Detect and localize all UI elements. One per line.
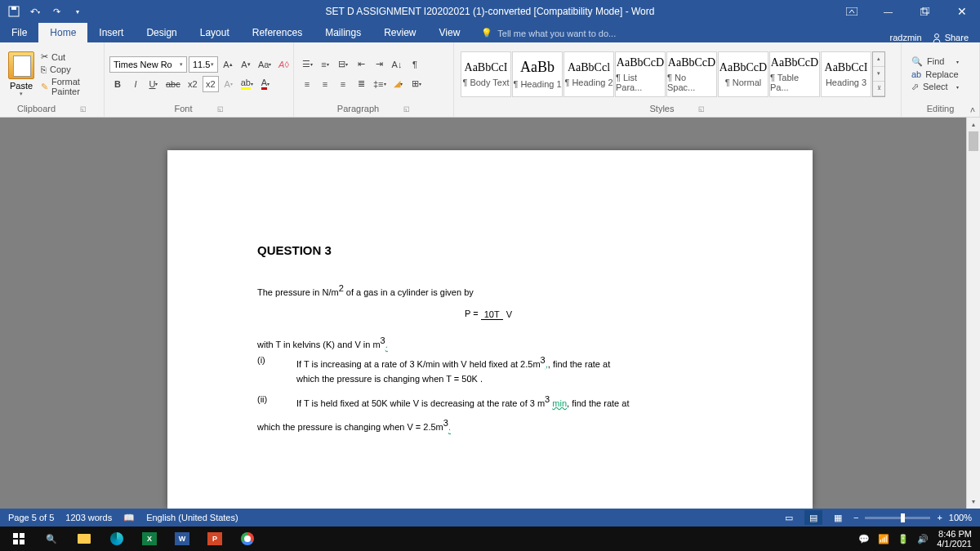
print-layout-button[interactable]: ▤ (804, 510, 822, 525)
sort-button[interactable]: A↓ (389, 56, 405, 73)
scroll-thumb[interactable] (969, 131, 978, 151)
read-mode-button[interactable]: ▭ (780, 510, 798, 525)
scroll-up-icon[interactable]: ▴ (967, 118, 980, 131)
paragraph-dialog-icon[interactable]: ◱ (403, 105, 410, 113)
explorer-button[interactable] (69, 527, 100, 550)
superscript-button[interactable]: x2 (203, 76, 219, 92)
zoom-slider[interactable] (865, 517, 930, 519)
style-no-spacing[interactable]: AaBbCcD¶ No Spac... (666, 51, 717, 97)
style-heading-1[interactable]: AaBb¶ Heading 1 (512, 51, 563, 97)
spell-check-icon[interactable]: 📖 (123, 513, 135, 523)
tab-layout[interactable]: Layout (189, 23, 241, 42)
style-heading-2[interactable]: AaBbCcl¶ Heading 2 (564, 51, 614, 97)
tab-design[interactable]: Design (135, 23, 188, 42)
numbering-button[interactable]: ≡▾ (317, 56, 333, 73)
user-name[interactable]: radzmin (890, 33, 922, 42)
line-spacing-button[interactable]: ‡≡▾ (371, 76, 389, 92)
language-indicator[interactable]: English (United States) (146, 513, 238, 522)
scroll-down-icon[interactable]: ▾ (967, 495, 980, 509)
page-indicator[interactable]: Page 5 of 5 (8, 513, 54, 522)
paste-icon[interactable] (8, 51, 34, 79)
minimize-button[interactable]: — (870, 0, 906, 23)
zoom-level[interactable]: 100% (949, 513, 972, 522)
clock[interactable]: 8:46 PM4/1/2021 (937, 529, 972, 549)
edge-button[interactable] (101, 527, 132, 550)
font-size-combo[interactable]: 11.5▾ (189, 56, 218, 73)
volume-icon[interactable]: 🔊 (917, 534, 929, 544)
borders-button[interactable]: ⊞▾ (408, 76, 425, 92)
show-marks-button[interactable]: ¶ (407, 56, 423, 73)
style-body-text[interactable]: AaBbCcI¶ Body Text (461, 51, 511, 97)
font-name-combo[interactable]: Times New Ro▾ (109, 56, 187, 73)
word-count[interactable]: 1203 words (65, 513, 112, 522)
search-button[interactable]: 🔍 (36, 527, 67, 550)
styles-scroll-up[interactable]: ▴ (873, 52, 884, 67)
copy-button[interactable]: ⎘Copy (41, 64, 99, 75)
align-right-button[interactable]: ≡ (335, 76, 351, 92)
styles-scroll-down[interactable]: ▾ (873, 67, 884, 82)
bullets-button[interactable]: ☰▾ (299, 56, 315, 73)
redo-icon[interactable]: ↷ (47, 2, 65, 20)
ribbon-collapse-icon[interactable]: ʌ (970, 104, 975, 113)
italic-button[interactable]: I (127, 76, 144, 92)
decrease-indent-button[interactable]: ⇤ (353, 56, 369, 73)
word-button[interactable]: W (167, 527, 198, 550)
wifi-icon[interactable]: 📶 (878, 534, 889, 544)
excel-button[interactable]: X (134, 527, 165, 550)
align-left-button[interactable]: ≡ (299, 76, 315, 92)
style-table-para[interactable]: AaBbCcD¶ Table Pa... (769, 51, 820, 97)
grow-font-button[interactable]: A▴ (220, 56, 236, 73)
styles-expand[interactable]: ⊻ (873, 82, 884, 96)
tab-view[interactable]: View (428, 23, 472, 42)
zoom-out-button[interactable]: − (853, 513, 858, 522)
shrink-font-button[interactable]: A▾ (238, 56, 254, 73)
bold-button[interactable]: B (109, 76, 126, 92)
clear-format-button[interactable]: A◊ (275, 56, 292, 73)
battery-icon[interactable]: 🔋 (898, 534, 909, 544)
replace-button[interactable]: abReplace (911, 69, 959, 79)
style-normal[interactable]: AaBbCcD¶ Normal (718, 51, 768, 97)
increase-indent-button[interactable]: ⇥ (371, 56, 387, 73)
font-color-button[interactable]: A▾ (257, 76, 274, 92)
share-button[interactable]: Share (932, 33, 969, 42)
ribbon-display-icon[interactable] (833, 0, 870, 23)
tab-mailings[interactable]: Mailings (314, 23, 372, 42)
text-effects-button[interactable]: A▾ (220, 76, 237, 92)
subscript-button[interactable]: x2 (185, 76, 201, 92)
paste-dropdown[interactable]: ▾ (20, 91, 23, 97)
chrome-button[interactable] (232, 527, 263, 550)
tab-review[interactable]: Review (372, 23, 427, 42)
notification-icon[interactable]: 💬 (858, 534, 870, 544)
close-button[interactable]: ✕ (943, 0, 980, 23)
tab-file[interactable]: File (0, 23, 38, 42)
tab-insert[interactable]: Insert (87, 23, 135, 42)
tell-me-input[interactable]: 💡Tell me what you want to do... (481, 24, 616, 42)
underline-button[interactable]: U▾ (145, 76, 162, 92)
maximize-button[interactable] (906, 0, 943, 23)
paste-button[interactable]: Paste (10, 81, 33, 91)
find-button[interactable]: 🔍Find▾ (911, 56, 959, 67)
styles-dialog-icon[interactable]: ◱ (698, 105, 705, 113)
styles-gallery[interactable]: AaBbCcI¶ Body Text AaBb¶ Heading 1 AaBbC… (459, 50, 887, 99)
style-heading-3[interactable]: AaBbCcIHeading 3 (821, 51, 871, 97)
style-list-para[interactable]: AaBbCcD¶ List Para... (615, 51, 666, 97)
format-painter-button[interactable]: ✎Format Painter (41, 76, 99, 97)
save-icon[interactable] (5, 2, 23, 20)
document-area[interactable]: QUESTION 3 The pressure in N/m2 of a gas… (0, 118, 980, 509)
cut-button[interactable]: ✂Cut (41, 51, 99, 63)
font-dialog-icon[interactable]: ◱ (217, 105, 224, 113)
undo-icon[interactable]: ↶▾ (26, 2, 44, 20)
justify-button[interactable]: ≣ (353, 76, 369, 92)
multilevel-button[interactable]: ⊟▾ (335, 56, 351, 73)
clipboard-dialog-icon[interactable]: ◱ (80, 105, 87, 113)
highlight-button[interactable]: ab▾ (238, 76, 256, 92)
document-page[interactable]: QUESTION 3 The pressure in N/m2 of a gas… (167, 150, 813, 509)
start-button[interactable] (3, 527, 34, 550)
qat-more-icon[interactable]: ▾ (69, 2, 87, 20)
change-case-button[interactable]: Aa▾ (256, 56, 274, 73)
tab-home[interactable]: Home (38, 23, 87, 42)
strike-button[interactable]: abc (163, 76, 183, 92)
zoom-in-button[interactable]: + (937, 513, 942, 522)
web-layout-button[interactable]: ▦ (829, 510, 847, 525)
align-center-button[interactable]: ≡ (317, 76, 333, 92)
